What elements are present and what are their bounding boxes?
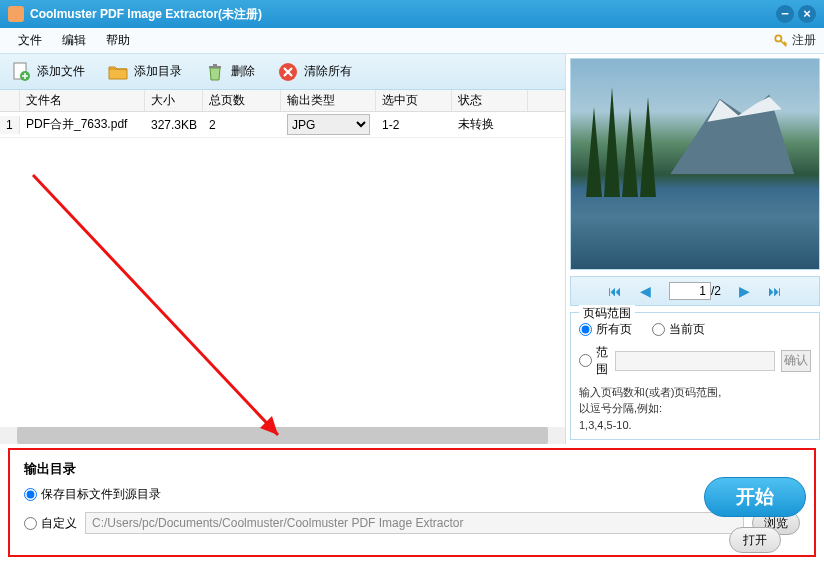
register-link[interactable]: 注册 (774, 32, 816, 49)
col-status[interactable]: 状态 (452, 90, 528, 111)
confirm-button[interactable]: 确认 (781, 350, 811, 372)
cell-selected: 1-2 (376, 116, 452, 134)
col-size[interactable]: 大小 (145, 90, 203, 111)
row-number: 1 (0, 116, 20, 134)
last-page-icon[interactable]: ⏭ (768, 283, 782, 299)
col-pages[interactable]: 总页数 (203, 90, 281, 111)
delete-button[interactable]: 删除 (200, 59, 259, 85)
cell-type: JPG (281, 112, 376, 137)
add-folder-button[interactable]: 添加目录 (103, 59, 186, 85)
minimize-button[interactable]: − (776, 5, 794, 23)
next-page-icon[interactable]: ▶ (739, 283, 750, 299)
start-button[interactable]: 开始 (704, 477, 806, 517)
add-file-icon (10, 61, 32, 83)
radio-range[interactable]: 范围 (579, 344, 609, 378)
cell-filename: PDF合并_7633.pdf (20, 114, 145, 135)
app-icon (8, 6, 24, 22)
trash-icon (204, 61, 226, 83)
cell-size: 327.3KB (145, 116, 203, 134)
open-button[interactable]: 打开 (729, 527, 781, 553)
output-title: 输出目录 (24, 460, 800, 478)
col-filename[interactable]: 文件名 (20, 90, 145, 111)
output-directory-section: 输出目录 保存目标文件到源目录 自定义 浏览 (8, 448, 816, 557)
range-hint: 输入页码数和(或者)页码范围,以逗号分隔,例如:1,3,4,5-10. (579, 384, 811, 434)
row-number-header (0, 90, 20, 111)
add-file-button[interactable]: 添加文件 (6, 59, 89, 85)
table-row[interactable]: 1 PDF合并_7633.pdf 327.3KB 2 JPG 1-2 未转换 (0, 112, 565, 138)
clear-all-button[interactable]: 清除所有 (273, 59, 356, 85)
col-type[interactable]: 输出类型 (281, 90, 376, 111)
menu-edit[interactable]: 编辑 (52, 28, 96, 53)
menu-file[interactable]: 文件 (8, 28, 52, 53)
page-input[interactable] (669, 282, 711, 300)
output-path-input[interactable] (85, 512, 744, 534)
radio-all-pages[interactable]: 所有页 (579, 321, 632, 338)
page-range-group: 页码范围 所有页 当前页 范围 确认 输入页码数和(或者)页码范围,以逗号分隔,… (570, 312, 820, 441)
prev-page-icon[interactable]: ◀ (640, 283, 651, 299)
svg-rect-4 (213, 64, 217, 66)
pager: ⏮ ◀ /2 ▶ ⏭ (570, 276, 820, 306)
preview-image (570, 58, 820, 270)
menu-bar: 文件 编辑 帮助 注册 (0, 28, 824, 54)
toolbar: 添加文件 添加目录 删除 清除所有 (0, 54, 565, 90)
clear-icon (277, 61, 299, 83)
menu-help[interactable]: 帮助 (96, 28, 140, 53)
horizontal-scrollbar[interactable] (0, 427, 565, 444)
page-total: /2 (711, 284, 721, 298)
output-type-select[interactable]: JPG (287, 114, 370, 135)
add-folder-icon (107, 61, 129, 83)
range-input[interactable] (615, 351, 775, 371)
radio-current-page[interactable]: 当前页 (652, 321, 705, 338)
key-icon (774, 34, 788, 48)
title-bar: Coolmuster PDF Image Extractor(未注册) − × (0, 0, 824, 28)
register-label: 注册 (792, 32, 816, 49)
col-selected[interactable]: 选中页 (376, 90, 452, 111)
svg-rect-3 (209, 66, 221, 68)
window-title: Coolmuster PDF Image Extractor(未注册) (30, 6, 262, 23)
close-button[interactable]: × (798, 5, 816, 23)
first-page-icon[interactable]: ⏮ (608, 283, 622, 299)
radio-custom-path[interactable]: 自定义 (24, 515, 77, 532)
cell-pages: 2 (203, 116, 281, 134)
svg-point-0 (775, 35, 781, 41)
radio-save-source[interactable]: 保存目标文件到源目录 (24, 486, 161, 503)
cell-status: 未转换 (452, 114, 528, 135)
file-table: 文件名 大小 总页数 输出类型 选中页 状态 1 PDF合并_7633.pdf … (0, 90, 565, 444)
range-legend: 页码范围 (579, 305, 635, 322)
